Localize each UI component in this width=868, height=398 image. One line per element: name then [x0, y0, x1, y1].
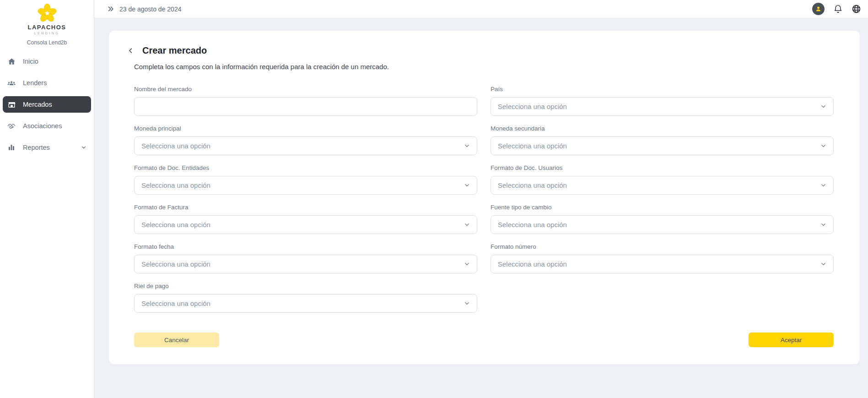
payment-rail-select[interactable]: Selecciona una opción: [134, 294, 477, 313]
topbar-left: 23 de agosto de 2024: [107, 5, 181, 13]
chevron-down-icon: [464, 221, 470, 228]
chevron-down-icon: [464, 300, 470, 307]
lapachos-flower-logo-icon: [38, 4, 57, 23]
field-nombre-del-mercado: Nombre del mercado: [134, 86, 477, 116]
empty-grid-cell: [491, 283, 834, 313]
chevron-left-icon: [127, 47, 134, 54]
brand-subtitle: LENDING: [0, 32, 94, 35]
topbar: 23 de agosto de 2024: [94, 0, 868, 18]
select-placeholder: Selecciona una opción: [498, 260, 567, 268]
primary-currency-select[interactable]: Selecciona una opción: [134, 136, 477, 155]
users-icon: [7, 78, 16, 87]
page-subtitle: Completa los campos con la información r…: [134, 63, 834, 71]
sidebar-item-label: Asociaciones: [23, 122, 62, 130]
page-header: Crear mercado: [126, 45, 834, 56]
sidebar-item-label: Lenders: [23, 79, 47, 87]
chevron-down-icon: [464, 142, 470, 149]
bar-chart-icon: [7, 143, 16, 152]
invoice-format-select[interactable]: Selecciona una opción: [134, 215, 477, 234]
form-footer: Cancelar Aceptar: [134, 333, 834, 347]
field-label: Nombre del mercado: [134, 86, 477, 93]
field-moneda-secundaria: Moneda secundaria Selecciona una opción: [491, 125, 834, 155]
field-label: Moneda principal: [134, 125, 477, 132]
sidebar-item-asociaciones[interactable]: Asociaciones: [3, 118, 91, 134]
main-area: Crear mercado Completa los campos con la…: [94, 18, 868, 398]
field-label: Formato de Doc. Entidades: [134, 164, 477, 171]
chevron-down-icon: [464, 261, 470, 267]
person-icon: [815, 5, 822, 12]
field-label: Moneda secundaria: [491, 125, 834, 132]
field-label: Formato de Factura: [134, 204, 477, 211]
select-placeholder: Selecciona una opción: [498, 181, 567, 189]
sidebar-item-label: Inicio: [23, 58, 38, 65]
sidebar-item-label: Reportes: [23, 144, 50, 151]
field-fuente-tipo-cambio: Fuente tipo de cambio Selecciona una opc…: [491, 204, 834, 234]
field-label: Riel de pago: [134, 283, 477, 289]
date-format-select[interactable]: Selecciona una opción: [134, 255, 477, 273]
select-placeholder: Selecciona una opción: [141, 260, 210, 268]
field-formato-factura: Formato de Factura Selecciona una opción: [134, 204, 477, 234]
storefront-icon: [7, 100, 16, 109]
exchange-rate-source-select[interactable]: Selecciona una opción: [491, 215, 834, 234]
sidebar-item-reportes[interactable]: Reportes: [3, 139, 91, 156]
sidebar-item-label: Mercados: [23, 101, 52, 108]
field-label: Fuente tipo de cambio: [491, 204, 834, 211]
chevron-down-icon: [820, 221, 827, 228]
field-pais: País Selecciona una opción: [491, 86, 834, 116]
field-formato-doc-entidades: Formato de Doc. Entidades Selecciona una…: [134, 164, 477, 195]
number-format-select[interactable]: Selecciona una opción: [491, 255, 834, 273]
chevron-down-icon: [820, 103, 827, 110]
accept-button[interactable]: Aceptar: [749, 333, 834, 347]
brand-name: LAPACHOS: [0, 24, 94, 31]
create-market-form: Nombre del mercado País Selecciona una o…: [134, 86, 834, 313]
app-window: LAPACHOS LENDING Consola Lend2b Inicio: [0, 0, 868, 398]
create-market-card: Crear mercado Completa los campos con la…: [109, 31, 860, 364]
secondary-currency-select[interactable]: Selecciona una opción: [491, 136, 834, 155]
field-label: Formato de Doc. Usuarios: [491, 164, 834, 171]
select-placeholder: Selecciona una opción: [141, 300, 210, 307]
sidebar-item-mercados[interactable]: Mercados: [3, 96, 91, 113]
sidebar-item-lenders[interactable]: Lenders: [3, 75, 91, 91]
chevron-down-icon: [464, 182, 470, 189]
select-placeholder: Selecciona una opción: [498, 221, 567, 229]
field-formato-doc-usuarios: Formato de Doc. Usuarios Selecciona una …: [491, 164, 834, 195]
content-column: 23 de agosto de 2024: [94, 0, 868, 398]
sidebar: LAPACHOS LENDING Consola Lend2b Inicio: [0, 0, 94, 398]
field-formato-fecha: Formato fecha Selecciona una opción: [134, 243, 477, 273]
select-placeholder: Selecciona una opción: [498, 142, 567, 150]
field-formato-numero: Formato número Selecciona una opción: [491, 243, 834, 273]
avatar[interactable]: [812, 3, 825, 15]
topbar-right: [812, 3, 861, 15]
select-placeholder: Selecciona una opción: [141, 181, 210, 189]
select-placeholder: Selecciona una opción: [141, 221, 210, 229]
bell-icon[interactable]: [833, 4, 843, 14]
cancel-button[interactable]: Cancelar: [134, 333, 219, 347]
current-date: 23 de agosto de 2024: [119, 5, 181, 13]
country-select[interactable]: Selecciona una opción: [491, 97, 834, 116]
field-moneda-principal: Moneda principal Selecciona una opción: [134, 125, 477, 155]
home-icon: [7, 57, 16, 66]
field-label: Formato fecha: [134, 243, 477, 250]
chevron-down-icon: [820, 142, 827, 149]
brand-block: LAPACHOS LENDING Consola Lend2b: [0, 0, 94, 46]
field-riel-de-pago: Riel de pago Selecciona una opción: [134, 283, 477, 313]
sidebar-nav: Inicio Lenders: [0, 53, 94, 161]
back-button[interactable]: [126, 47, 135, 55]
console-label: Consola Lend2b: [0, 39, 94, 46]
user-doc-format-select[interactable]: Selecciona una opción: [491, 176, 834, 195]
select-placeholder: Selecciona una opción: [498, 103, 567, 110]
handshake-icon: [7, 121, 16, 131]
chevron-down-icon: [820, 261, 827, 267]
page-title: Crear mercado: [142, 45, 207, 56]
entity-doc-format-select[interactable]: Selecciona una opción: [134, 176, 477, 195]
chevron-down-icon: [820, 182, 827, 189]
globe-icon[interactable]: [852, 4, 861, 14]
chevron-down-icon: [81, 144, 87, 151]
select-placeholder: Selecciona una opción: [141, 142, 210, 150]
double-chevron-right-icon[interactable]: [107, 5, 115, 13]
field-label: País: [491, 86, 834, 93]
sidebar-item-inicio[interactable]: Inicio: [3, 53, 91, 70]
field-label: Formato número: [491, 243, 834, 250]
market-name-input[interactable]: [134, 97, 477, 116]
